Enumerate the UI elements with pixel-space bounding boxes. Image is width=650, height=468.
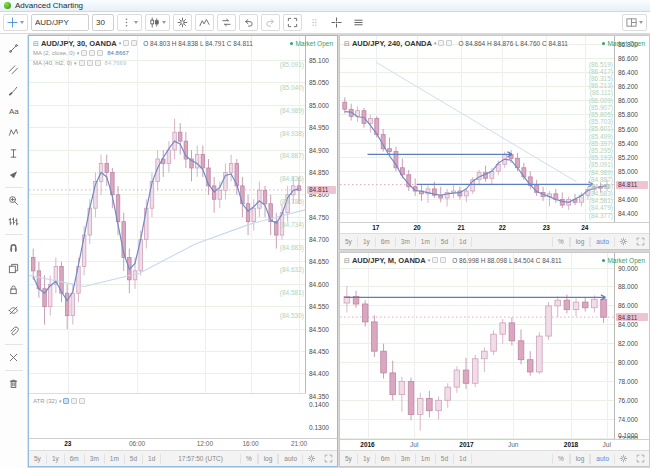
candlestick-chart[interactable] [340, 253, 615, 439]
maximize-pane-icon[interactable] [632, 454, 649, 463]
percent-scale-button[interactable]: % [552, 454, 570, 464]
range-button-1d[interactable]: 1d [143, 454, 161, 464]
legend-collapse-button[interactable]: ⊟ [344, 257, 350, 264]
legend-collapse-button[interactable]: ⊟ [33, 40, 39, 47]
candlestick-chart[interactable] [29, 36, 306, 393]
compare-button[interactable] [217, 14, 236, 31]
ma-fast-settings-button[interactable] [89, 50, 95, 56]
ma-fast-close-button[interactable] [97, 50, 103, 56]
percent-scale-button[interactable]: % [240, 454, 258, 464]
chart-plot-top-right[interactable]: (86.519)(86.417)(86.315)(86.213)(86.111)… [340, 36, 615, 222]
atr-eye-button[interactable] [63, 398, 69, 404]
paperclip-tool-button[interactable] [3, 321, 25, 342]
range-button-5y[interactable]: 5y [340, 237, 358, 247]
maximize-pane-icon[interactable] [632, 237, 649, 246]
layout-select-button[interactable] [622, 14, 647, 31]
range-button-1d[interactable]: 1d [454, 454, 472, 464]
price-axis-left[interactable]: 85.10085.05085.00084.95084.90084.85084.8… [305, 36, 337, 438]
log-scale-button[interactable]: log [258, 454, 279, 464]
range-button-1m[interactable]: 1m [416, 454, 436, 464]
text-tool-tool-button[interactable]: Aa [3, 101, 25, 122]
range-button-1y[interactable]: 1y [47, 454, 65, 464]
ma-slow-eye-button[interactable] [79, 60, 85, 66]
range-button-1y[interactable]: 1y [358, 454, 376, 464]
range-button-6m[interactable]: 6m [65, 454, 85, 464]
range-button-5d[interactable]: 5d [436, 454, 454, 464]
clock-utc[interactable]: 17:57:50 (UTC) [161, 455, 240, 462]
axis-settings-gear-icon[interactable] [615, 454, 632, 463]
legend-caret[interactable]: ▾ [434, 40, 437, 46]
legend-menu-button[interactable] [446, 40, 452, 46]
range-button-1m[interactable]: 1m [105, 454, 125, 464]
legend-menu-button[interactable] [131, 40, 137, 46]
bar-pattern-tool-button[interactable] [3, 211, 25, 232]
cursor-tool-button[interactable] [3, 14, 28, 31]
chart-plot-bottom-right[interactable] [340, 253, 615, 439]
symbol-input[interactable] [31, 14, 89, 31]
axis-settings-gear-icon[interactable] [615, 237, 632, 246]
auto-scale-button[interactable]: auto [590, 237, 615, 247]
range-button-1d[interactable]: 1d [454, 237, 472, 247]
ma-fast-eye-button[interactable] [81, 50, 87, 56]
undo-button[interactable] [239, 14, 258, 31]
hide-drawings-tool-button[interactable] [3, 300, 25, 321]
legend-caret[interactable]: ▾ [119, 40, 122, 46]
lock-drawings-tool-button[interactable] [3, 279, 25, 300]
redo-button[interactable] [261, 14, 280, 31]
arrow-marker-tool-button[interactable] [3, 164, 25, 185]
crosshair-mode-button[interactable] [327, 14, 346, 31]
toolbar-menu-button[interactable] [349, 14, 368, 31]
zoom-in-tool-button[interactable] [3, 190, 25, 211]
fib-retracement-tool-button[interactable] [3, 59, 25, 80]
auto-scale-button[interactable]: auto [278, 454, 303, 464]
trend-line-tool-button[interactable] [3, 38, 25, 59]
ma-slow-settings-button[interactable] [87, 60, 93, 66]
chart-plot-left[interactable]: (85.091)(85.040)(84.989)(84.938)(84.887)… [29, 36, 306, 393]
range-button-6m[interactable]: 6m [376, 237, 396, 247]
range-button-5y[interactable]: 5y [29, 454, 47, 464]
auto-scale-button[interactable]: auto [590, 454, 615, 464]
atr-subpane[interactable]: ATR (32) ▾ [29, 393, 306, 438]
legend-eye-button[interactable] [438, 40, 444, 46]
stay-in-drawing-mode-tool-button[interactable] [3, 258, 25, 279]
range-button-5d[interactable]: 5d [125, 454, 143, 464]
legend-eye-button[interactable] [123, 40, 129, 46]
ma-fast-caret[interactable]: ▾ [77, 50, 80, 56]
legend-collapse-button[interactable]: ⊟ [344, 40, 350, 47]
interval-input[interactable] [92, 14, 114, 31]
trend-arrow-drawing[interactable] [344, 295, 605, 300]
fullscreen-button[interactable] [283, 14, 302, 31]
price-axis-top-right[interactable]: 86.80086.60086.40086.20086.00085.80085.6… [614, 36, 649, 222]
brush-tool-button[interactable] [3, 80, 25, 101]
axis-settings-gear-icon[interactable] [303, 454, 320, 463]
magnet-tool-button[interactable] [3, 237, 25, 258]
projection-tool-button[interactable] [3, 143, 25, 164]
range-button-3m[interactable]: 3m [85, 454, 105, 464]
legend-eye-button[interactable] [432, 257, 438, 263]
log-scale-button[interactable]: log [570, 237, 591, 247]
indicators-button[interactable] [195, 14, 214, 31]
percent-scale-button[interactable]: % [552, 237, 570, 247]
atr-caret[interactable]: ▾ [59, 398, 62, 404]
trash-tool-button[interactable] [3, 373, 25, 394]
chart-properties-button[interactable] [173, 14, 192, 31]
price-axis-bottom-right[interactable]: 90.00088.00086.00084.00082.00080.00078.0… [614, 253, 649, 439]
remove-drawings-tool-button[interactable] [3, 347, 25, 368]
toolbar-drag-handle[interactable] [305, 14, 324, 31]
range-button-3m[interactable]: 3m [396, 454, 416, 464]
atr-settings-button[interactable] [71, 398, 77, 404]
ma-slow-caret[interactable]: ▾ [74, 60, 77, 66]
candlestick-chart[interactable] [340, 36, 615, 222]
legend-menu-button[interactable] [440, 257, 446, 263]
range-button-6m[interactable]: 6m [376, 454, 396, 464]
interval-options-button[interactable] [117, 14, 142, 31]
legend-caret[interactable]: ▾ [428, 257, 431, 263]
chart-style-button[interactable] [145, 14, 170, 31]
atr-close-button[interactable] [79, 398, 85, 404]
range-button-1y[interactable]: 1y [358, 237, 376, 247]
ma-slow-close-button[interactable] [95, 60, 101, 66]
maximize-pane-icon[interactable] [320, 454, 337, 463]
range-button-1m[interactable]: 1m [416, 237, 436, 247]
range-button-3m[interactable]: 3m [396, 237, 416, 247]
trend-arrow-drawing[interactable] [417, 182, 593, 187]
